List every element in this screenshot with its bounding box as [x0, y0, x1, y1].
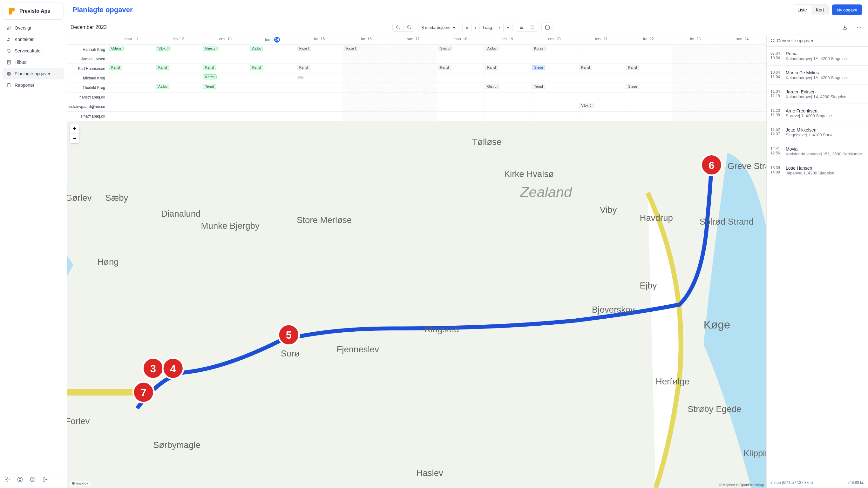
cell[interactable]	[484, 102, 531, 111]
next-button[interactable]: ›	[495, 23, 503, 32]
cell[interactable]	[108, 102, 155, 111]
view-mode-1-button[interactable]	[516, 23, 527, 32]
cell[interactable]: FRI	[296, 73, 343, 83]
cell[interactable]	[437, 92, 484, 102]
cell[interactable]: Karlsl	[625, 64, 672, 73]
cell[interactable]	[108, 92, 155, 102]
cell[interactable]	[531, 73, 578, 83]
cell[interactable]	[390, 45, 437, 54]
cell[interactable]: Ternd	[202, 83, 249, 92]
zoom-in-button[interactable]	[403, 23, 415, 32]
cell[interactable]: Gistru	[484, 83, 531, 92]
cell[interactable]: Viby, I	[155, 45, 202, 54]
today-button[interactable]: I dag	[479, 23, 495, 32]
cell[interactable]: Korsø	[531, 45, 578, 54]
cell[interactable]	[343, 102, 390, 111]
date-picker-button[interactable]	[541, 23, 554, 32]
cell[interactable]: Karlsl	[249, 64, 296, 73]
task-item[interactable]: 10.3411.04Martin De MyliusKalundborgvej …	[767, 66, 868, 85]
day-header[interactable]: tors. 21	[578, 35, 625, 44]
cell[interactable]	[578, 54, 625, 64]
task-item[interactable]: 13.3914.09Lotte HansenJapanvej 1, 4200 S…	[767, 161, 868, 180]
cell[interactable]	[390, 102, 437, 111]
view-list-button[interactable]: Liste	[793, 5, 811, 15]
cell[interactable]	[108, 54, 155, 64]
day-header[interactable]: ons. 13	[202, 35, 249, 44]
cell[interactable]	[578, 45, 625, 54]
cell[interactable]: Karrel	[202, 73, 249, 83]
task-item[interactable]: 12.4112.56MoviaKarlslunde landevej 151, …	[767, 142, 868, 161]
cell[interactable]	[672, 92, 719, 102]
nav-item-0[interactable]: Oversigt	[3, 22, 64, 34]
cell[interactable]	[343, 112, 390, 121]
cell[interactable]	[578, 73, 625, 83]
cell[interactable]	[296, 112, 343, 121]
map[interactable]: TølløseKirke Hvalsø Zealand Greve Strand…	[67, 121, 766, 488]
cell[interactable]	[719, 112, 766, 121]
cell[interactable]	[296, 54, 343, 64]
cell[interactable]: Odens	[108, 45, 155, 54]
download-button[interactable]	[839, 23, 850, 32]
cell[interactable]	[155, 112, 202, 121]
cell[interactable]: Skørp	[437, 45, 484, 54]
day-header[interactable]: man. 18	[437, 35, 484, 44]
cell[interactable]	[296, 102, 343, 111]
cell[interactable]	[390, 64, 437, 73]
logout-icon[interactable]	[42, 477, 48, 482]
day-header[interactable]: ons. 20	[531, 35, 578, 44]
cell[interactable]	[249, 73, 296, 83]
map-zoom-in-button[interactable]: +	[70, 124, 80, 134]
cell[interactable]	[249, 92, 296, 102]
cell[interactable]	[672, 83, 719, 92]
cell[interactable]	[343, 83, 390, 92]
cell[interactable]: Ternd	[531, 83, 578, 92]
cell[interactable]	[155, 92, 202, 102]
cell[interactable]	[343, 64, 390, 73]
task-item[interactable]: 11.0411.19Jørgen EriksenKalundborgvej 14…	[767, 85, 868, 104]
cell[interactable]	[343, 92, 390, 102]
cell[interactable]	[155, 73, 202, 83]
cell[interactable]	[108, 112, 155, 121]
nav-item-3[interactable]: Tilbud	[3, 57, 64, 68]
prev-button[interactable]: ‹	[471, 23, 479, 32]
cell[interactable]	[484, 73, 531, 83]
cell[interactable]	[296, 83, 343, 92]
cell[interactable]	[625, 112, 672, 121]
employees-select[interactable]: 8 medarbejdere	[418, 23, 459, 32]
next-fast-button[interactable]: »	[503, 23, 513, 32]
cell[interactable]	[625, 92, 672, 102]
cell[interactable]	[719, 73, 766, 83]
cell[interactable]	[531, 54, 578, 64]
cell[interactable]	[108, 73, 155, 83]
cell[interactable]	[625, 54, 672, 64]
cell[interactable]	[625, 102, 672, 111]
cell[interactable]	[484, 54, 531, 64]
day-header[interactable]: fre. 15	[296, 35, 343, 44]
day-header[interactable]: tors. 14	[249, 35, 296, 44]
cell[interactable]	[672, 112, 719, 121]
cell[interactable]: Karlsl	[108, 64, 155, 73]
cell[interactable]: Næstv	[202, 45, 249, 54]
cell[interactable]	[390, 83, 437, 92]
settings-icon[interactable]	[4, 477, 10, 482]
cell[interactable]	[437, 73, 484, 83]
cell[interactable]: Faxe I	[343, 45, 390, 54]
cell[interactable]: Karlsl	[202, 64, 249, 73]
cell[interactable]	[672, 102, 719, 111]
brand[interactable]: Previsto Aps	[3, 3, 64, 20]
cell[interactable]	[484, 112, 531, 121]
cell[interactable]	[531, 112, 578, 121]
more-button[interactable]: ⋯	[854, 23, 864, 32]
cell[interactable]	[531, 92, 578, 102]
view-mode-2-button[interactable]	[527, 23, 538, 32]
task-item[interactable]: 11.2311.38Arne FredriksenSorøvej 1, 4200…	[767, 104, 868, 123]
cell[interactable]	[390, 112, 437, 121]
cell[interactable]: Viby, J	[578, 102, 625, 111]
cell[interactable]: Karlsl	[578, 64, 625, 73]
cell[interactable]	[719, 45, 766, 54]
cell[interactable]	[719, 54, 766, 64]
day-header[interactable]: søn. 17	[390, 35, 437, 44]
map-zoom-out-button[interactable]: −	[70, 134, 80, 143]
cell[interactable]	[672, 64, 719, 73]
cell[interactable]: Aalbo	[249, 45, 296, 54]
